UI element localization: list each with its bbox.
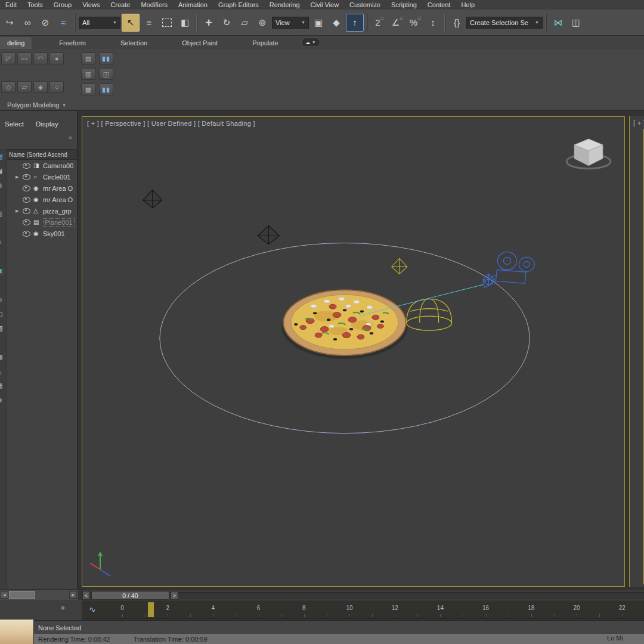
explorer-menu-display[interactable]: Display (36, 120, 58, 128)
ribbon-tab-selection[interactable]: Selection (113, 37, 154, 49)
bind-to-spacewarp-button[interactable]: ≈ (55, 14, 72, 31)
menu-group[interactable]: Group (48, 1, 78, 9)
ribbon-tab-freeform[interactable]: Freeform (52, 37, 93, 49)
redo-button[interactable]: ↪ (1, 14, 18, 31)
expand-arrow-icon[interactable]: ▶ (16, 209, 23, 213)
ribbon-button-5[interactable]: ◇ (1, 81, 16, 93)
explorer-toolbar-icon[interactable]: ◪ (0, 163, 7, 178)
select-and-link-button[interactable]: ∞ (19, 14, 36, 31)
reference-coordinate-dropdown[interactable]: View▼ (272, 17, 309, 29)
explorer-toolbar-icon[interactable]: ↻ (0, 235, 7, 249)
expand-arrow-icon[interactable]: ▶ (16, 175, 23, 179)
ribbon-mid-button-1[interactable]: ▤ (81, 52, 95, 64)
keyboard-override-button[interactable]: ↑ (346, 14, 364, 32)
snaps-toggle-button[interactable]: 2□ (371, 14, 388, 31)
ribbon-button-4[interactable]: ● (49, 52, 64, 64)
ribbon-display-dropdown[interactable]: ☁ ▼ (301, 38, 320, 47)
ribbon-mid-button-2[interactable]: ▥ (81, 68, 95, 80)
visibility-eye-icon[interactable] (23, 185, 30, 191)
viewport-label[interactable]: [ + ] [ Perspective ] [ User Defined ] [… (87, 120, 255, 127)
menu-tools[interactable]: Tools (22, 1, 48, 9)
explorer-toolbar-icon[interactable]: ▥ (0, 206, 7, 221)
menu-scripting[interactable]: Scripting (386, 1, 422, 9)
ribbon-button-3[interactable]: ◠ (33, 52, 48, 64)
scrollbar-thumb[interactable] (9, 591, 35, 599)
select-and-scale-button[interactable]: ▱ (236, 14, 253, 31)
ribbon-tab-object-paint[interactable]: Object Paint (175, 37, 225, 49)
select-and-move-button[interactable]: + (200, 14, 217, 31)
menu-customize[interactable]: Customize (344, 1, 386, 9)
visibility-eye-icon[interactable] (23, 208, 30, 214)
named-sets-dropdown[interactable]: Create Selection Se▼ (466, 17, 543, 29)
unlink-selection-button[interactable]: ⊘ (37, 14, 54, 31)
select-and-rotate-button[interactable]: ↻ (218, 14, 235, 31)
explorer-toolbar-icon[interactable]: ◔ (0, 192, 7, 206)
viewport-canvas[interactable] (82, 117, 624, 586)
select-by-name-button[interactable]: ≡ (141, 14, 157, 31)
previous-frame-button[interactable]: < (82, 591, 90, 600)
explorer-toolbar-icon[interactable]: ▧ (0, 321, 7, 335)
camera-object[interactable] (482, 252, 534, 287)
menu-content[interactable]: Content (422, 1, 456, 9)
explorer-toolbar-icon[interactable]: ● (0, 278, 7, 292)
ribbon-button-8[interactable]: ○ (49, 81, 64, 93)
scroll-right-arrow-icon[interactable]: ▸ (69, 591, 77, 599)
secondary-viewport[interactable]: [ + ] (629, 116, 644, 587)
scene-object-row[interactable]: ▤Plane001 (7, 216, 77, 228)
visibility-eye-icon[interactable] (23, 231, 30, 237)
current-frame-marker[interactable] (147, 602, 154, 618)
select-object-button[interactable]: ↖ (122, 14, 140, 32)
menu-animation[interactable]: Animation (173, 1, 213, 9)
explorer-toolbar-icon[interactable]: ▩ (0, 349, 7, 364)
scene-object-row[interactable]: ▶○Circle001 (7, 171, 77, 182)
skylight-dome[interactable] (407, 299, 452, 330)
explorer-toolbar-icon[interactable]: ◐ (0, 221, 7, 235)
select-and-manipulate-button[interactable]: ◆ (328, 14, 345, 31)
light-gizmo[interactable] (392, 258, 407, 274)
ribbon-right-button-2[interactable]: ◫ (99, 68, 113, 80)
ribbon-tab-populate[interactable]: Populate (245, 37, 285, 49)
perspective-viewport[interactable]: [ + ] [ Perspective ] [ User Defined ] [… (82, 116, 625, 587)
selection-filter-dropdown[interactable]: All▼ (79, 17, 120, 29)
next-frame-button[interactable]: > (171, 591, 178, 600)
align-button[interactable]: ◫ (568, 14, 584, 31)
explorer-menu-select[interactable]: Select (5, 120, 24, 128)
menu-rendering[interactable]: Rendering (264, 1, 305, 9)
window-crossing-button[interactable]: ◧ (177, 14, 193, 31)
ribbon-right-button-3[interactable]: ▮▮ (99, 83, 113, 95)
menu-civil-view[interactable]: Civil View (305, 1, 344, 9)
menu-create[interactable]: Create (105, 1, 135, 9)
explorer-toolbar-icon[interactable]: ▤ (0, 149, 7, 163)
view-cube[interactable] (566, 139, 611, 169)
scene-object-row[interactable]: ◉mr Area O (7, 194, 77, 205)
ribbon-tab-deling[interactable]: deling (0, 37, 32, 49)
menu-graph-editors[interactable]: Graph Editors (213, 1, 264, 9)
explorer-toolbar-icon[interactable]: ▢ (0, 306, 7, 321)
visibility-eye-icon[interactable] (23, 174, 30, 180)
trackbar-ruler[interactable]: 0246810121416182022 (112, 601, 644, 618)
ribbon-right-button-1[interactable]: ▮▮ (99, 52, 113, 64)
menu-views[interactable]: Views (77, 1, 105, 9)
explorer-toolbar-icon[interactable]: ◬ (0, 364, 7, 378)
ribbon-button-7[interactable]: ◈ (33, 81, 48, 93)
visibility-eye-icon[interactable] (23, 163, 30, 169)
ribbon-button-1[interactable]: ◸ (1, 52, 16, 64)
menu-help[interactable]: Help (456, 1, 480, 9)
scene-object-row[interactable]: ◉mr Area O (7, 182, 77, 194)
viewport-label[interactable]: [ + ] (633, 119, 644, 126)
angle-snap-button[interactable]: ∠□ (389, 14, 405, 31)
time-slider-handle[interactable]: 0 / 40 (91, 591, 169, 600)
name-column-header[interactable]: Name (Sorted Ascend (7, 149, 77, 160)
edit-named-sets-button[interactable]: {} (448, 14, 465, 31)
panel-label-row[interactable]: Polygon Modeling ▾ (7, 101, 65, 109)
explorer-toolbar-icon[interactable]: ◎ (0, 292, 7, 306)
explorer-toolbar-icon[interactable]: ◒ (0, 249, 7, 264)
visibility-eye-icon[interactable] (23, 197, 30, 203)
use-pivot-center-button[interactable]: ▣ (310, 14, 327, 31)
selection-region-button[interactable] (159, 14, 175, 31)
pizza-model[interactable] (281, 290, 407, 359)
light-object[interactable] (143, 190, 162, 208)
explorer-toolbar-icon[interactable]: ▦ (0, 378, 7, 392)
spinner-snap-button[interactable]: ↕ (425, 14, 441, 31)
menu-modifiers[interactable]: Modifiers (135, 1, 173, 9)
